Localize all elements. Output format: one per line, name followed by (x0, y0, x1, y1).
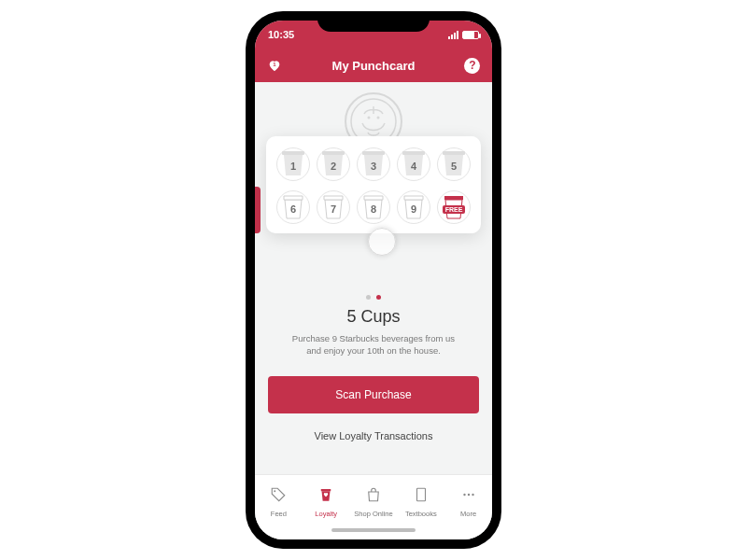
home-indicator[interactable] (255, 528, 492, 539)
cups-count: 5 Cups (346, 307, 400, 327)
svg-point-3 (377, 117, 380, 119)
svg-point-9 (275, 490, 276, 492)
svg-rect-5 (322, 151, 345, 155)
punch-slot-1: 1 (275, 149, 311, 177)
help-button[interactable]: ? (464, 57, 481, 74)
svg-point-14 (472, 493, 473, 495)
tab-feed[interactable]: Feed (255, 475, 303, 528)
touch-indicator (368, 228, 396, 256)
question-icon: ? (464, 58, 480, 74)
page-dot-1[interactable] (376, 295, 381, 300)
bag-icon (365, 486, 382, 507)
svg-point-2 (368, 117, 371, 119)
status-time: 10:35 (268, 29, 294, 40)
punch-row-1: 1 2 3 4 5 (275, 149, 472, 177)
book-icon (413, 486, 430, 507)
svg-rect-4 (282, 151, 304, 155)
page-dots[interactable] (366, 295, 381, 300)
svg-point-13 (467, 493, 469, 495)
svg-point-12 (463, 493, 465, 495)
tab-shop[interactable]: Shop Online (350, 475, 398, 528)
punch-slot-7: 7 (316, 192, 351, 220)
svg-rect-6 (362, 151, 385, 155)
battery-icon (462, 31, 479, 39)
tab-textbooks[interactable]: Textbooks (397, 475, 444, 528)
punch-slot-free: FREE (436, 192, 472, 220)
drawer-handle[interactable] (255, 187, 261, 233)
svg-rect-7 (402, 151, 425, 155)
punchcard-description: Purchase 9 Starbucks beverages from us a… (270, 332, 477, 357)
favorites-button[interactable]: 1 (266, 57, 283, 74)
page-title: My Punchcard (332, 59, 416, 73)
tag-icon (270, 486, 287, 507)
punch-slot-8: 8 (356, 192, 391, 220)
tab-label: Feed (271, 510, 287, 518)
main-content: 1 2 3 4 5 6 7 8 9 FREE (255, 82, 492, 474)
tab-loyalty[interactable]: Loyalty (303, 475, 350, 528)
punch-slot-5: 5 (436, 149, 472, 177)
page-dot-0[interactable] (366, 295, 371, 300)
punch-row-2: 6 7 8 9 FREE (275, 192, 472, 220)
tab-more[interactable]: More (444, 475, 492, 528)
svg-rect-11 (416, 488, 425, 501)
punch-slot-6: 6 (275, 192, 311, 220)
punch-slot-9: 9 (396, 192, 431, 220)
scan-purchase-button[interactable]: Scan Purchase (268, 376, 479, 413)
heart-icon: 1 (267, 58, 282, 73)
phone-frame: 10:35 1 My Punchcard ? (246, 11, 501, 549)
screen: 10:35 1 My Punchcard ? (255, 21, 492, 539)
app-header: 1 My Punchcard ? (255, 49, 492, 82)
svg-rect-10 (321, 489, 331, 491)
punch-slot-3: 3 (356, 149, 391, 177)
punchcard-card[interactable]: 1 2 3 4 5 6 7 8 9 FREE (266, 136, 481, 233)
punch-slot-2: 2 (316, 149, 351, 177)
more-icon (460, 486, 477, 507)
free-badge: FREE (443, 205, 466, 214)
tab-label: Shop Online (354, 510, 392, 518)
signal-icon (448, 31, 458, 39)
svg-rect-8 (443, 151, 465, 155)
tab-label: More (460, 510, 476, 518)
device-notch (317, 11, 430, 32)
punch-slot-4: 4 (396, 149, 431, 177)
view-transactions-link[interactable]: View Loyalty Transactions (315, 430, 433, 441)
tab-bar: Feed Loyalty Shop Online Textbooks More (255, 474, 492, 528)
tab-label: Loyalty (315, 510, 337, 518)
cup-icon (317, 486, 334, 507)
tab-label: Textbooks (405, 510, 437, 518)
